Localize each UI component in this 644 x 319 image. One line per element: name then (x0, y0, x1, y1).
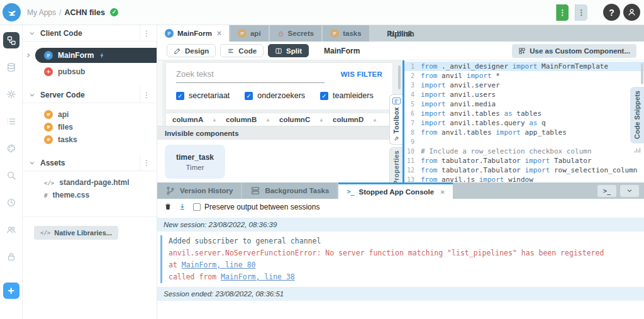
collapse-console-button[interactable] (620, 185, 639, 197)
rail-item-users[interactable] (3, 221, 19, 238)
section-header-client-code[interactable]: Client Code⋮ (23, 25, 157, 42)
tree-item-mainform[interactable]: MainForm (35, 48, 157, 63)
code-line-5[interactable]: 5import anvil.media (404, 99, 644, 109)
column-header-columnB[interactable]: columnB▲ (226, 116, 279, 123)
checkbox-checked-icon[interactable]: ✓ (176, 92, 184, 100)
clear-filter-link[interactable]: WIS FILTER (341, 70, 382, 78)
tree-item-theme-css[interactable]: #theme.css (23, 189, 157, 201)
search-input[interactable]: Zoek tekst (176, 69, 325, 83)
line-number: 1 (404, 62, 421, 71)
editor-tab-api[interactable]: api (230, 25, 269, 42)
session-band: Session ended: 23/08/2022, 08:36:51 (157, 287, 644, 301)
code-line-4[interactable]: 4import anvil.users (404, 90, 644, 99)
code-line-9[interactable]: 9 (404, 137, 644, 147)
close-tab-icon[interactable]: × (217, 29, 221, 38)
filter-checkbox-teamleiders[interactable]: ✓teamleiders (320, 91, 374, 100)
rail-item-secrets[interactable] (3, 249, 19, 265)
breadcrumb-app-name[interactable]: ACHN files (64, 8, 105, 17)
rail-item-search[interactable] (3, 167, 19, 184)
design-canvas[interactable]: Zoek tekst WIS FILTER ✓secretariaat✓onde… (157, 60, 402, 126)
tree-item-standard-page-html[interactable]: </>standard-page.html (23, 176, 157, 189)
checkbox-checked-icon[interactable]: ✓ (245, 92, 253, 100)
tree-item-files[interactable]: files (23, 121, 157, 133)
tree-item-tasks[interactable]: tasks (23, 133, 157, 146)
design-scrollbar[interactable] (398, 65, 401, 89)
rail-item-history[interactable] (3, 194, 19, 211)
publish-menu-kebab-icon[interactable]: ⋮ (575, 4, 587, 21)
properties-side-tab[interactable]: Properties (389, 147, 402, 182)
column-header-columnA[interactable]: columnA▲ (172, 116, 226, 123)
run-menu-kebab-icon[interactable]: ⋮ (556, 4, 569, 21)
publish-button[interactable]: Publish ⋮ (575, 4, 587, 21)
error-location-link[interactable]: MainForm, line 38 (221, 272, 295, 281)
toolbox-side-tab[interactable]: Toolbox (389, 94, 402, 145)
code-snippets-side-tab[interactable]: Code Snippets (630, 87, 644, 143)
console-tab-version-history[interactable]: Version History (157, 182, 241, 199)
error-location-link[interactable]: MainForm, line 80 (182, 260, 256, 269)
editor-tab-secrets[interactable]: Secrets (270, 25, 322, 42)
use-as-custom-component-button[interactable]: Use as Custom Component... (512, 44, 636, 58)
code-line-12[interactable]: 12from tabulator.Tabulator import row_se… (404, 165, 644, 175)
code-line-10[interactable]: 10# Include a row_selection checkbox col… (404, 147, 644, 156)
rail-item-settings[interactable] (3, 86, 19, 103)
code-view-button[interactable]: Code (220, 44, 264, 57)
column-header-columnD[interactable]: columnD▲ (333, 116, 386, 123)
console-tab-stopped-app-console[interactable]: >_Stopped App Console× (338, 182, 452, 199)
code-line-3[interactable]: 3import anvil.server (404, 81, 644, 90)
invisible-component-timer_task[interactable]: timer_taskTimer (165, 145, 225, 179)
close-tab-icon[interactable]: × (440, 188, 445, 196)
code-scrollbar[interactable] (641, 63, 643, 84)
profile-button[interactable] (623, 4, 640, 21)
column-label: columnA (172, 116, 203, 123)
code-line-2[interactable]: 2from anvil import * (404, 71, 644, 81)
chevron-right-icon[interactable] (25, 52, 31, 59)
top-bar: My Apps / ACHN files ✓ Run ⋮ Publish ⋮ U… (0, 0, 644, 25)
breadcrumb-my-apps[interactable]: My Apps (27, 8, 56, 17)
trash-icon[interactable] (164, 203, 172, 211)
code-line-13[interactable]: 13from anvil.js import window (404, 175, 644, 182)
rail-item-theme[interactable] (3, 140, 19, 157)
split-view-button[interactable]: Split (268, 44, 309, 57)
code-line-1[interactable]: 1from ._anvil_designer import MainFormTe… (404, 62, 644, 71)
editor-tab-mainform[interactable]: MainForm× (157, 25, 229, 42)
native-libraries-button[interactable]: </>Native Libraries... (34, 226, 118, 240)
filter-checkbox-secretariaat[interactable]: ✓secretariaat (176, 91, 230, 100)
code-line-11[interactable]: 11from tabulator.Tabulator import Tabula… (404, 156, 644, 165)
tree-item-pubsub[interactable]: pubsub (23, 65, 157, 78)
sort-caret-icon[interactable]: ▲ (372, 117, 377, 123)
column-header-columnC[interactable]: columnC▲ (279, 116, 333, 123)
sort-caret-icon[interactable]: ▲ (265, 117, 270, 123)
download-output-icon[interactable] (179, 203, 186, 211)
help-button[interactable]: ? (603, 4, 620, 21)
sort-caret-icon[interactable]: ▲ (319, 117, 324, 123)
console-tab-background-tasks[interactable]: Background Tasks (242, 182, 337, 199)
code-line-6[interactable]: 6import anvil.tables as tables (404, 109, 644, 118)
anvil-logo-icon[interactable] (3, 3, 21, 21)
chevron-down-icon[interactable] (29, 160, 35, 166)
section-menu-kebab-icon[interactable]: ⋮ (140, 25, 153, 41)
design-label: Design (185, 47, 209, 55)
preserve-output-checkbox[interactable] (193, 203, 201, 211)
filter-checkbox-onderzoekers[interactable]: ✓onderzoekers (245, 91, 305, 100)
sort-caret-icon[interactable]: ▲ (212, 117, 217, 123)
rail-item-dependencies[interactable] (3, 113, 19, 130)
code-line-8[interactable]: 8from anvil.tables import app_tables (404, 128, 644, 137)
add-new-button[interactable]: + (3, 283, 19, 299)
section-header-server-code[interactable]: Server Code⋮ (23, 87, 157, 103)
chevron-down-icon[interactable] (29, 30, 35, 36)
design-view-button[interactable]: Design (167, 44, 216, 57)
rail-item-data-tables[interactable] (3, 59, 19, 76)
bar-chart-icon[interactable] (633, 146, 641, 154)
code-editor[interactable]: 1from ._anvil_designer import MainFormTe… (402, 60, 644, 182)
tree-item-api[interactable]: api (23, 108, 157, 121)
editor-tab-tasks[interactable]: tasks (323, 25, 369, 42)
rail-item-app-browser[interactable] (3, 32, 19, 48)
section-menu-kebab-icon[interactable]: ⋮ (140, 87, 153, 103)
checkbox-checked-icon[interactable]: ✓ (320, 92, 328, 100)
section-menu-kebab-icon[interactable]: ⋮ (140, 155, 153, 171)
chevron-down-icon[interactable] (29, 92, 35, 98)
code-line-7[interactable]: 7import anvil.tables.query as q (404, 118, 644, 128)
new-terminal-button[interactable]: >_ (597, 185, 616, 197)
section-header-assets[interactable]: Assets⋮ (23, 155, 157, 171)
run-button[interactable]: Run ⋮ (556, 4, 569, 21)
